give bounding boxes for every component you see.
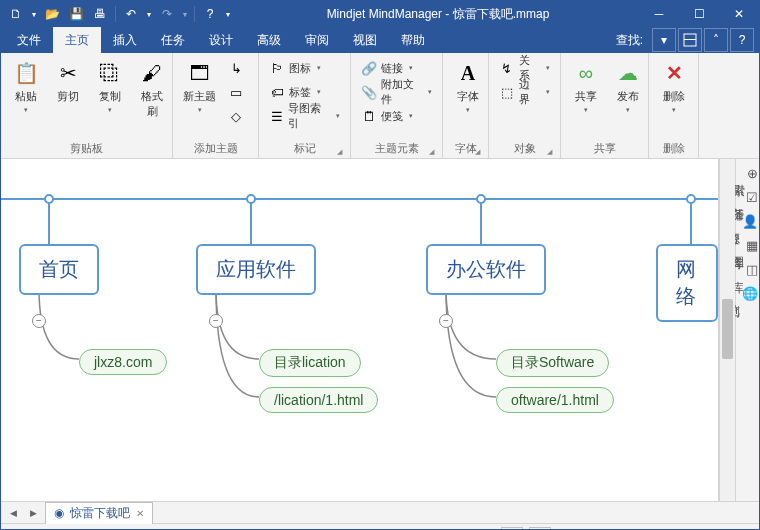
globe-icon: 🌐 — [742, 286, 758, 301]
document-tab[interactable]: ◉ 惊雷下载吧 ✕ — [45, 502, 153, 524]
maximize-button[interactable]: ☐ — [679, 1, 719, 27]
map-index-button[interactable]: ☰导图索引▾ — [265, 105, 344, 127]
view-map-icon[interactable]: ▦ — [319, 527, 341, 531]
filter-icon[interactable]: ▽ — [438, 527, 460, 531]
collapse-ribbon-icon[interactable]: ˄ — [704, 28, 728, 52]
side-resource[interactable]: 👤资源 — [738, 211, 758, 234]
subtopic-node[interactable]: oftware/1.html — [496, 387, 614, 413]
search-options-icon[interactable]: ▾ — [652, 28, 676, 52]
lib-icon: ◫ — [746, 262, 758, 277]
index-icon: ☰ — [269, 108, 284, 124]
boundary-icon: ⬚ — [499, 84, 515, 100]
help-icon[interactable]: ? — [730, 28, 754, 52]
tab-prev-button[interactable]: ◀ — [5, 505, 21, 521]
relation-button[interactable]: ↯关系▾ — [495, 57, 554, 79]
side-tasks[interactable]: ☑任务清 — [738, 187, 758, 210]
topic-node[interactable]: 应用软件 — [196, 244, 316, 295]
copy-button[interactable]: ⿻复制▾ — [91, 57, 129, 116]
window-title: Mindjet MindManager - 惊雷下载吧.mmap — [237, 6, 639, 23]
attach-icon: 📎 — [361, 84, 377, 100]
view-presentation-icon[interactable]: ▶ — [403, 527, 425, 531]
statusbar-more-icon[interactable]: ◢ — [731, 527, 753, 531]
qat-dropdown-icon[interactable]: ▾ — [29, 3, 39, 25]
topic-node[interactable]: 首页 — [19, 244, 99, 295]
paste-button[interactable]: 📋粘贴▾ — [7, 57, 45, 116]
new-topic-icon: 🗔 — [186, 59, 214, 87]
brush-icon: 🖌 — [138, 59, 166, 87]
qat-undo-dd[interactable]: ▾ — [144, 3, 154, 25]
format-painter-button[interactable]: 🖌格式刷 — [133, 57, 171, 121]
note-icon: 🗒 — [361, 108, 377, 124]
map-icon: ▦ — [746, 238, 758, 253]
callout-icon: ◇ — [228, 108, 244, 124]
tab-home[interactable]: 主页 — [53, 27, 101, 53]
collapse-toggle[interactable]: − — [209, 314, 223, 328]
tag-marker-button[interactable]: 🏷标签▾ — [265, 81, 344, 103]
icon-marker-button[interactable]: 🏳图标▾ — [265, 57, 344, 79]
qat-undo-icon[interactable]: ↶ — [120, 3, 142, 25]
side-browse[interactable]: 🌐浏览 — [738, 283, 758, 306]
tab-task[interactable]: 任务 — [149, 27, 197, 53]
qat-redo-icon[interactable]: ↷ — [156, 3, 178, 25]
float-topic-button[interactable]: ▭ — [224, 81, 248, 103]
close-tab-icon[interactable]: ✕ — [136, 508, 144, 519]
qat-redo-dd[interactable]: ▾ — [180, 3, 190, 25]
person-icon: 👤 — [742, 214, 758, 229]
tab-next-button[interactable]: ▶ — [25, 505, 41, 521]
view-outline-icon[interactable]: ☰ — [347, 527, 369, 531]
relation-icon: ↯ — [499, 60, 515, 76]
tab-insert[interactable]: 插入 — [101, 27, 149, 53]
zoom-in-button[interactable]: + — [703, 527, 725, 531]
tab-advanced[interactable]: 高级 — [245, 27, 293, 53]
zoom-out-button[interactable]: − — [599, 527, 621, 531]
tag-icon: 🏷 — [269, 84, 285, 100]
qat-print-icon[interactable]: 🖶 — [89, 3, 111, 25]
expand-icon[interactable]: ⊞ — [466, 527, 488, 531]
group-addtopic-label: 添加主题 — [179, 139, 252, 158]
account-icon[interactable] — [678, 28, 702, 52]
qat-save-icon[interactable]: 💾 — [65, 3, 87, 25]
share-button[interactable]: ∞共享▾ — [567, 57, 605, 116]
fit-map-icon[interactable]: ⬚ — [501, 527, 523, 531]
note-button[interactable]: 🗒便笺▾ — [357, 105, 436, 127]
publish-button[interactable]: ☁发布▾ — [609, 57, 647, 116]
tab-design[interactable]: 设计 — [197, 27, 245, 53]
qat-open-icon[interactable]: 📂 — [41, 3, 63, 25]
qat-new-icon[interactable]: 🗋 — [5, 3, 27, 25]
cut-button[interactable]: ✂剪切 — [49, 57, 87, 106]
font-button[interactable]: A字体▾ — [449, 57, 487, 116]
new-topic-button[interactable]: 🗔新主题▾ — [179, 57, 220, 116]
topic-node[interactable]: 办公软件 — [426, 244, 546, 295]
boundary-button[interactable]: ⬚边界▾ — [495, 81, 554, 103]
delete-button[interactable]: ✕删除▾ — [655, 57, 693, 116]
attach-button[interactable]: 📎附加文件▾ — [357, 81, 436, 103]
side-index[interactable]: ⊕索引 — [738, 163, 758, 186]
fit-page-icon[interactable]: ▣ — [529, 527, 551, 531]
tab-file[interactable]: 文件 — [5, 27, 53, 53]
vertical-scrollbar[interactable] — [719, 159, 735, 501]
subtopic-node[interactable]: /lication/1.html — [259, 387, 378, 413]
minimize-button[interactable]: ─ — [639, 1, 679, 27]
subtopic-node[interactable]: 目录lication — [259, 349, 361, 377]
subtopic-node[interactable]: 目录Software — [496, 349, 609, 377]
side-maplib[interactable]: ▦导图库 — [738, 235, 758, 258]
mindmap-canvas[interactable]: 首页 应用软件 办公软件 网络 jlxz8.com 目录lication /li… — [1, 159, 719, 501]
group-share-label: 共享 — [567, 139, 642, 158]
collapse-toggle[interactable]: − — [439, 314, 453, 328]
font-icon: A — [454, 59, 482, 87]
close-button[interactable]: ✕ — [719, 1, 759, 27]
topic-node[interactable]: 网络 — [656, 244, 718, 322]
tab-help[interactable]: 帮助 — [389, 27, 437, 53]
collapse-toggle[interactable]: − — [32, 314, 46, 328]
qat-help-dd[interactable]: ▾ — [223, 3, 233, 25]
tab-view[interactable]: 视图 — [341, 27, 389, 53]
subtopic-button[interactable]: ↳ — [224, 57, 248, 79]
subtopic-node[interactable]: jlxz8.com — [79, 349, 167, 375]
view-gantt-icon[interactable]: ▤ — [375, 527, 397, 531]
tab-review[interactable]: 审阅 — [293, 27, 341, 53]
link-button[interactable]: 🔗链接▾ — [357, 57, 436, 79]
delete-icon: ✕ — [660, 59, 688, 87]
side-library[interactable]: ◫库 — [738, 259, 758, 282]
callout-button[interactable]: ◇ — [224, 105, 248, 127]
qat-help-icon[interactable]: ? — [199, 3, 221, 25]
